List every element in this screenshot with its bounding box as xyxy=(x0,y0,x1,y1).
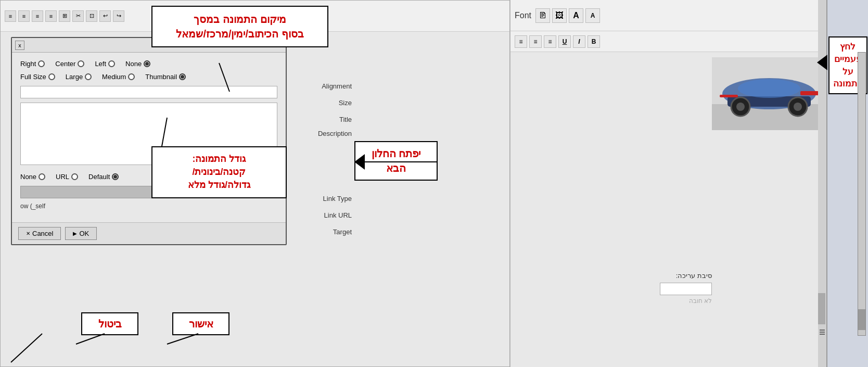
radio-none[interactable]: None xyxy=(125,60,150,68)
radio-link-none-label: None xyxy=(20,173,36,181)
underline-btn[interactable]: U xyxy=(558,35,571,48)
right-panel: Font 🖹 🖼 A A ≡ ≡ ≡ U I B xyxy=(510,0,826,367)
scrollbar-thumb[interactable] xyxy=(818,293,825,324)
toolbar-icon-1[interactable]: ≡ xyxy=(5,10,16,22)
car-image[interactable] xyxy=(712,57,826,130)
not-required-label: לא חובה xyxy=(689,297,712,305)
radio-right-circle[interactable] xyxy=(38,60,45,67)
svg-marker-17 xyxy=(817,55,827,70)
edit-label: סיבת עריכה: xyxy=(676,272,712,280)
dialog-footer: ✕ Cancel ▶ OK xyxy=(12,222,286,244)
toolbar-icon-9[interactable]: ↪ xyxy=(113,10,124,22)
annotation-middle-line3: גדולה/גודל מלא xyxy=(159,179,279,192)
toolbar-icon-5[interactable]: ⊞ xyxy=(59,10,70,22)
toolbar-icon-8[interactable]: ↩ xyxy=(99,10,111,22)
font-label: Font xyxy=(515,11,531,20)
svg-line-3 xyxy=(167,334,198,344)
italic-btn[interactable]: I xyxy=(573,35,585,48)
ok-button[interactable]: ▶ OK xyxy=(65,227,97,240)
annotation-next-window-box: יפתח החלון הבא xyxy=(354,141,438,181)
radio-thumbnail[interactable]: Thumbnail xyxy=(145,73,186,81)
svg-rect-15 xyxy=(720,95,738,97)
annotation-middle-box: גודל התמונה: קטנה/בינונית/ גדולה/גודל מל… xyxy=(151,146,287,198)
link-input-field[interactable] xyxy=(660,283,712,295)
field-labels-panel: Alignment Size Title Description Link Ty… xyxy=(289,78,352,240)
radio-left-circle[interactable] xyxy=(108,60,115,67)
radio-link-url-circle[interactable] xyxy=(71,173,78,180)
annotation-middle-line2: קטנה/בינונית/ xyxy=(159,166,279,179)
annotation-top-line2: בסוף הכיתוב/ימין/מרכז/שמאל xyxy=(161,27,319,41)
toolbar-icon-2[interactable]: ≡ xyxy=(18,10,30,22)
link-url-label-wrap: Link URL xyxy=(289,207,352,223)
annotation-ok-label: אישור xyxy=(178,317,223,331)
radio-link-none-circle[interactable] xyxy=(39,173,45,180)
cancel-icon: ✕ xyxy=(26,231,30,236)
annotation-middle-line1: גודל התמונה: xyxy=(159,153,279,166)
font-icon-2[interactable]: 🖼 xyxy=(552,8,567,23)
description-label: Description xyxy=(318,130,352,137)
svg-point-11 xyxy=(736,103,745,111)
main-container: ≡ ≡ ≡ ≡ ⊞ ✂ ⊡ ↩ ↪ x Right xyxy=(0,0,868,367)
toolbar-icon-7[interactable]: ⊡ xyxy=(86,10,97,22)
radio-link-default-circle[interactable] xyxy=(112,173,119,180)
size-radio-row: Full Size Large Medium Thumbnail xyxy=(20,73,277,81)
align-center-btn[interactable]: ≡ xyxy=(529,35,542,48)
radio-large[interactable]: Large xyxy=(66,73,92,81)
radio-large-label: Large xyxy=(66,73,83,81)
align-left-btn[interactable]: ≡ xyxy=(515,35,527,48)
link-type-label: Link Type xyxy=(323,195,352,203)
radio-none-label: None xyxy=(125,60,142,68)
radio-medium-circle[interactable] xyxy=(128,73,135,80)
target-label-wrap: Target xyxy=(289,223,352,240)
radio-thumbnail-circle[interactable] xyxy=(179,73,186,80)
radio-left[interactable]: Left xyxy=(95,60,115,68)
link-type-label-wrap: Link Type xyxy=(289,190,352,207)
radio-large-circle[interactable] xyxy=(85,73,92,80)
toolbar-icon-6[interactable]: ✂ xyxy=(72,10,84,22)
radio-link-default[interactable]: Default xyxy=(88,173,119,181)
second-toolbar: ≡ ≡ ≡ U I B xyxy=(510,31,826,52)
alignment-radio-row: Right Center Left None xyxy=(20,60,277,68)
sidebar-scrollbar-thumb[interactable] xyxy=(858,309,865,330)
cancel-label: Cancel xyxy=(32,230,53,237)
dialog-window: x Right Center Left xyxy=(11,37,287,245)
title-input[interactable] xyxy=(20,86,277,98)
bottom-section: סיבת עריכה: לא חובה xyxy=(510,272,826,305)
target-value: ow (_self xyxy=(20,203,45,210)
radio-none-circle[interactable] xyxy=(144,60,150,67)
size-label: Size xyxy=(339,99,352,107)
radio-fullsize-label: Full Size xyxy=(20,73,46,81)
not-required-wrap: לא חובה xyxy=(516,297,712,305)
radio-center-circle[interactable] xyxy=(78,60,84,67)
toolbar-icon-4[interactable]: ≡ xyxy=(45,10,57,22)
align-right-btn[interactable]: ≡ xyxy=(544,35,556,48)
svg-line-6 xyxy=(11,334,42,362)
scroll-line-2 xyxy=(820,332,825,333)
radio-center-label: Center xyxy=(55,60,75,68)
font-toolbar-icons: 🖹 🖼 A A xyxy=(535,8,600,23)
radio-center[interactable]: Center xyxy=(55,60,84,68)
bold-btn[interactable]: B xyxy=(588,35,600,48)
radio-link-url[interactable]: URL xyxy=(56,173,78,181)
radio-link-none[interactable]: None xyxy=(20,173,45,181)
font-toolbar: Font 🖹 🖼 A A xyxy=(510,0,826,31)
cancel-button[interactable]: ✕ Cancel xyxy=(18,227,61,240)
far-right-sidebar: לחץ פעמיים על התמונה xyxy=(826,0,868,367)
right-content-area xyxy=(510,57,712,367)
svg-line-2 xyxy=(76,334,105,344)
annotation-next-window-line1: יפתח החלון הבא xyxy=(361,146,431,175)
font-size-small[interactable]: A xyxy=(585,8,600,23)
ok-label: OK xyxy=(79,230,89,237)
annotation-top-line1: מיקום התמונה במסך xyxy=(161,12,319,27)
radio-medium[interactable]: Medium xyxy=(102,73,135,81)
sidebar-scrollbar[interactable] xyxy=(858,52,866,336)
font-icon-1[interactable]: 🖹 xyxy=(535,8,550,23)
scroll-line-1 xyxy=(820,330,825,331)
radio-fullsize[interactable]: Full Size xyxy=(20,73,55,81)
radio-thumbnail-label: Thumbnail xyxy=(145,73,177,81)
dialog-close-button[interactable]: x xyxy=(15,41,24,50)
radio-right[interactable]: Right xyxy=(20,60,45,68)
radio-fullsize-circle[interactable] xyxy=(48,73,55,80)
toolbar-icon-3[interactable]: ≡ xyxy=(32,10,43,22)
font-size-large[interactable]: A xyxy=(569,8,583,23)
